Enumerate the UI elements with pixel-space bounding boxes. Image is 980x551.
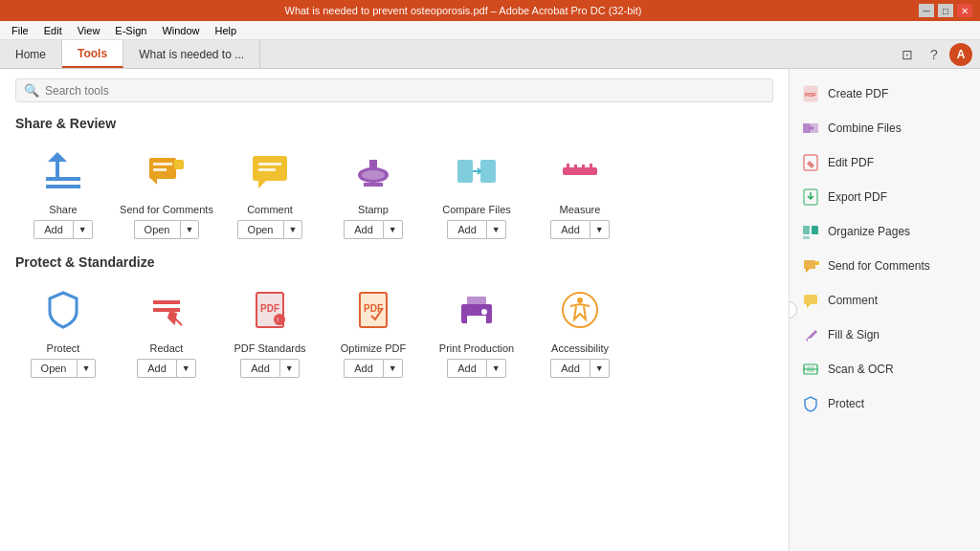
tool-optimize-label: Optimize PDF [341, 342, 406, 354]
accessibility-dropdown-button[interactable]: ▼ [590, 359, 610, 378]
redact-icon [144, 287, 189, 333]
share-dropdown-button[interactable]: ▼ [73, 220, 93, 239]
redact-dropdown-button[interactable]: ▼ [176, 359, 196, 378]
tab-document[interactable]: What is needed to ... [123, 40, 260, 68]
send-comments-dropdown-button[interactable]: ▼ [180, 220, 200, 239]
menu-esign[interactable]: E-Sign [107, 23, 154, 38]
panel-item-export-pdf[interactable]: Export PDF [790, 180, 980, 214]
share-btn-group: Add ▼ [33, 220, 93, 239]
tool-pdf-standards-label: PDF Standards [234, 342, 305, 354]
redact-add-button[interactable]: Add [137, 359, 176, 378]
stamp-add-button[interactable]: Add [344, 220, 383, 239]
optimize-btn-group: Add ▼ [344, 359, 403, 378]
help-icon[interactable]: ? [923, 43, 946, 66]
optimize-add-button[interactable]: Add [344, 359, 383, 378]
panel-label-edit-pdf: Edit PDF [828, 156, 874, 169]
share-icon-wrapper [34, 143, 92, 200]
compare-dropdown-button[interactable]: ▼ [486, 220, 506, 239]
panel-label-create-pdf: Create PDF [828, 87, 888, 100]
search-icon: 🔍 [24, 83, 39, 98]
menu-help[interactable]: Help [208, 23, 245, 38]
svg-rect-6 [153, 168, 167, 171]
accessibility-add-button[interactable]: Add [550, 359, 590, 378]
tool-share: Share Add ▼ [15, 143, 111, 239]
panel-item-edit-pdf[interactable]: Edit PDF [790, 145, 980, 180]
close-button[interactable]: ✕ [957, 4, 972, 17]
tool-grid-protect: Protect Open ▼ Redact [15, 281, 773, 378]
tool-grid-share-review: Share Add ▼ [15, 143, 773, 239]
svg-rect-11 [258, 168, 276, 171]
protect-open-button[interactable]: Open [31, 359, 77, 378]
menu-bar: File Edit View E-Sign Window Help [0, 21, 980, 40]
measure-btn-group: Add ▼ [550, 220, 610, 239]
tab-home[interactable]: Home [0, 40, 62, 68]
svg-text:PDF: PDF [260, 303, 279, 314]
svg-rect-23 [590, 164, 592, 169]
tool-print-production: Print Production Add ▼ [429, 281, 524, 378]
tool-measure-label: Measure [560, 204, 601, 215]
tool-comment: Comment Open ▼ [222, 143, 318, 239]
measure-icon [557, 148, 603, 194]
optimize-dropdown-button[interactable]: ▼ [383, 359, 403, 378]
search-input[interactable] [45, 84, 765, 98]
measure-icon-wrapper [551, 143, 609, 200]
protect-icon [40, 287, 86, 333]
organize-icon [801, 222, 820, 241]
window-title: What is needed to prevent osteoporosis.p… [8, 5, 919, 16]
svg-rect-24 [153, 300, 180, 304]
maximize-button[interactable]: □ [938, 4, 953, 17]
svg-rect-17 [457, 160, 473, 183]
svg-rect-21 [574, 165, 577, 168]
svg-rect-47 [812, 226, 818, 234]
tool-share-label: Share [49, 204, 77, 215]
pdf-standards-add-button[interactable]: Add [240, 359, 279, 378]
menu-window[interactable]: Window [154, 23, 207, 38]
title-bar: What is needed to prevent osteoporosis.p… [0, 0, 980, 21]
tool-optimize-pdf: PDF Optimize PDF Add ▼ [325, 281, 421, 378]
panel-item-protect[interactable]: Protect [790, 386, 980, 421]
panel-item-fill-sign[interactable]: Fill & Sign [790, 318, 980, 352]
send-file-icon[interactable]: ⊡ [896, 43, 919, 66]
svg-rect-56 [807, 366, 814, 372]
panel-item-comment[interactable]: Comment [790, 283, 980, 318]
section-protect-standardize: Protect & Standardize Protect Open ▼ [15, 254, 773, 378]
menu-edit[interactable]: Edit [36, 23, 70, 38]
svg-rect-8 [174, 160, 184, 169]
svg-rect-36 [467, 316, 486, 327]
stamp-dropdown-button[interactable]: ▼ [383, 220, 403, 239]
pdf-standards-dropdown-button[interactable]: ▼ [279, 359, 300, 378]
comment-dropdown-button[interactable]: ▼ [283, 220, 303, 239]
compare-add-button[interactable]: Add [447, 220, 486, 239]
menu-file[interactable]: File [4, 23, 36, 38]
panel-label-export-pdf: Export PDF [828, 190, 887, 204]
measure-add-button[interactable]: Add [550, 220, 590, 239]
svg-rect-52 [804, 295, 817, 304]
protect-panel-icon [801, 394, 820, 413]
section-title-protect: Protect & Standardize [15, 254, 773, 270]
protect-btn-group: Open ▼ [31, 359, 97, 378]
tool-protect-label: Protect [47, 342, 80, 354]
print-production-add-button[interactable]: Add [447, 359, 486, 378]
panel-item-combine[interactable]: Combine Files [790, 111, 980, 145]
minimize-button[interactable]: ─ [919, 4, 934, 17]
panel-item-organize[interactable]: Organize Pages [790, 214, 980, 249]
comment-open-button[interactable]: Open [237, 220, 283, 239]
panel-item-create-pdf[interactable]: PDF Create PDF [790, 77, 980, 111]
tool-stamp-label: Stamp [358, 204, 389, 215]
svg-rect-48 [803, 236, 810, 239]
tool-redact: Redact Add ▼ [119, 281, 214, 378]
svg-rect-49 [804, 260, 815, 269]
panel-item-send-comments[interactable]: Send for Comments [790, 249, 980, 283]
share-add-button[interactable]: Add [33, 220, 73, 239]
measure-dropdown-button[interactable]: ▼ [590, 220, 610, 239]
account-icon[interactable]: A [949, 43, 972, 66]
panel-item-scan-ocr[interactable]: Scan & OCR [790, 352, 980, 386]
svg-rect-25 [153, 308, 180, 312]
send-comments-open-button[interactable]: Open [134, 220, 180, 239]
tab-tools[interactable]: Tools [62, 40, 123, 68]
protect-dropdown-button[interactable]: ▼ [77, 359, 97, 378]
svg-rect-35 [467, 297, 486, 308]
tab-right-icons: ⊡ ? A [896, 40, 980, 68]
print-production-dropdown-button[interactable]: ▼ [486, 359, 506, 378]
menu-view[interactable]: View [70, 23, 108, 38]
